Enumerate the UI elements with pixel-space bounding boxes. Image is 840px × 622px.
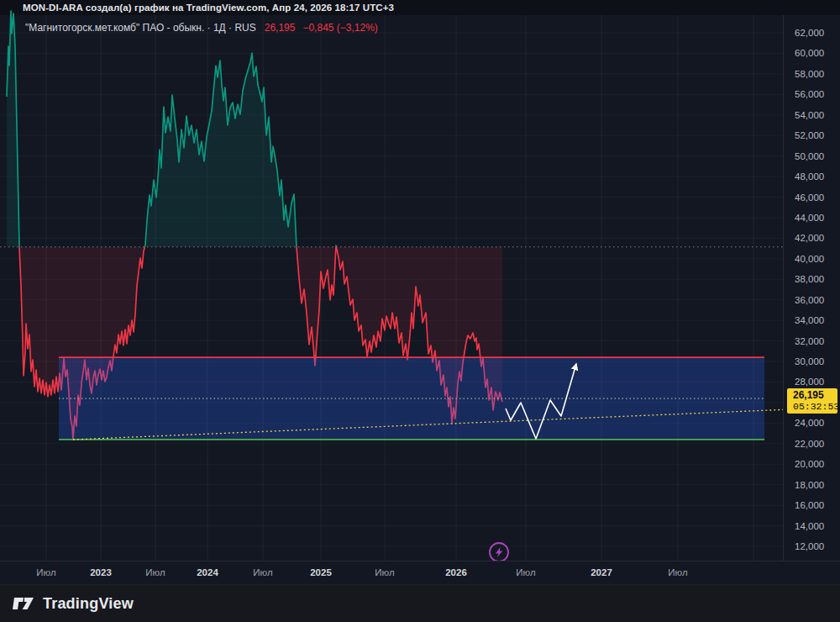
price-axis-label: 56,000 [795,88,824,100]
price-axis-label: 48,000 [795,171,824,182]
time-axis-label: 2023 [90,567,112,577]
last-price-value: 26,195 [793,389,837,401]
price-axis-label: 42,000 [795,232,824,244]
time-axis-label: 2027 [591,567,612,577]
price-axis-label: 58,000 [795,68,824,80]
price-axis-label: 36,000 [795,294,824,306]
price-axis-label: 12,000 [795,540,824,552]
time-axis[interactable]: Июл2023Июл2024Июл2025Июл2026Июл2027Июл [0,561,840,584]
time-axis-label: Июл [668,567,687,577]
time-axis-label: Июл [375,567,394,577]
price-axis-label: 22,000 [795,438,824,450]
price-axis-label: 52,000 [795,129,824,141]
price-axis-label: 14,000 [795,520,824,532]
price-axis-label: 44,000 [795,212,824,224]
legend-change: −0,845 (−3,12%) [302,22,377,34]
symbol-legend[interactable]: "Магнитогорск.мет.комб" ПАО - обыкн. · 1… [25,22,378,34]
time-axis-label: 2026 [445,567,467,577]
symbol-title[interactable]: "Магнитогорск.мет.комб" ПАО - обыкн. · 1… [25,22,256,34]
rectangle-zone-drawing[interactable] [59,357,764,440]
time-axis-label: 2024 [197,567,218,577]
chart-pane[interactable] [0,0,840,622]
legend-last-price: 26,195 [265,22,296,34]
price-axis-label: 20,000 [795,458,824,470]
time-axis-label: Июл [253,567,272,577]
price-axis-label: 30,000 [795,356,824,367]
price-axis-label: 50,000 [795,150,824,162]
lightning-icon[interactable] [490,543,508,561]
price-axis-label: 32,000 [795,335,824,347]
time-axis-label: Июл [145,567,165,577]
price-axis-label: 28,000 [795,376,824,387]
price-axis-label: 24,000 [795,417,824,429]
time-axis-label: Июл [36,567,55,577]
price-axis[interactable]: 26,195 05:32:53 62,00060,00058,00056,000… [783,15,840,561]
price-axis-label: 62,000 [795,27,824,39]
price-axis-label: 46,000 [795,192,824,203]
tradingview-chart-window: MON-DI-ARA создал(а) график на TradingVi… [0,0,840,622]
price-axis-label: 40,000 [795,253,824,265]
price-axis-label: 54,000 [795,109,824,121]
price-axis-label: 18,000 [795,479,824,491]
time-axis-label: Июл [516,567,535,577]
bar-countdown: 05:32:53 [793,401,837,412]
time-axis-label: 2025 [310,567,332,577]
price-axis-label: 60,000 [795,47,824,59]
price-axis-label: 34,000 [795,314,824,326]
price-axis-label: 16,000 [795,499,824,511]
last-price-label: 26,195 05:32:53 [787,388,837,414]
price-axis-label: 38,000 [795,273,824,285]
